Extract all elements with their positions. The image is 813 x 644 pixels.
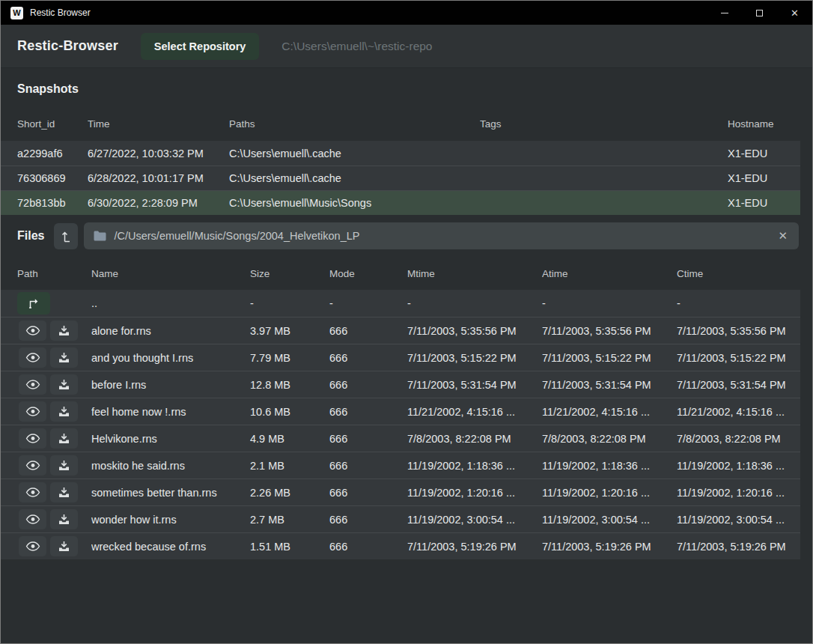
download-file-button[interactable] bbox=[50, 536, 78, 556]
file-name: sometimes better than.rns bbox=[91, 487, 250, 499]
repository-path: C:\Users\emuell\~\restic-repo bbox=[281, 40, 432, 53]
file-ctime: 11/19/2002, 3:00:54 ... bbox=[677, 514, 800, 526]
minimize-button[interactable] bbox=[707, 1, 742, 25]
file-mode: 666 bbox=[329, 352, 407, 364]
file-atime: 7/11/2003, 5:19:26 PM bbox=[542, 541, 677, 553]
download-icon bbox=[58, 325, 70, 336]
column-header-path: Path bbox=[17, 268, 91, 279]
preview-file-button[interactable] bbox=[19, 536, 46, 556]
column-header-short-id: Short_id bbox=[17, 118, 88, 130]
preview-file-button[interactable] bbox=[19, 374, 46, 395]
file-mode: 666 bbox=[329, 406, 407, 418]
file-ctime: 7/11/2003, 5:31:54 PM bbox=[677, 379, 800, 391]
eye-icon bbox=[25, 353, 40, 362]
up-level-button[interactable] bbox=[54, 223, 78, 249]
files-table-body: ..-----alone for.rns3.97 MB6667/11/2003,… bbox=[1, 290, 800, 559]
snapshot-time: 6/27/2022, 10:03:32 PM bbox=[88, 148, 229, 160]
file-atime: - bbox=[542, 297, 677, 309]
file-row: ..----- bbox=[1, 290, 800, 317]
preview-file-button[interactable] bbox=[19, 321, 46, 341]
file-atime: 11/19/2002, 1:20:16 ... bbox=[542, 487, 677, 499]
file-row: wonder how it.rns2.7 MB66611/19/2002, 3:… bbox=[1, 505, 800, 532]
preview-file-button[interactable] bbox=[19, 482, 46, 502]
file-mode: 666 bbox=[329, 541, 407, 553]
file-mtime: 11/19/2002, 3:00:54 ... bbox=[407, 514, 542, 526]
eye-icon bbox=[25, 487, 40, 497]
file-size: 10.6 MB bbox=[250, 406, 329, 418]
files-heading: Files bbox=[17, 229, 44, 243]
snapshot-row[interactable]: 72b813bb6/30/2022, 2:28:09 PMC:\Users\em… bbox=[1, 190, 800, 215]
file-mtime: 7/11/2003, 5:31:54 PM bbox=[407, 379, 542, 391]
snapshots-table-header: Short_id Time Paths Tags Hostname bbox=[1, 107, 812, 141]
maximize-button[interactable] bbox=[742, 1, 777, 25]
snapshot-row[interactable]: 763068696/28/2022, 10:01:17 PMC:\Users\e… bbox=[1, 165, 800, 190]
download-file-button[interactable] bbox=[50, 428, 78, 449]
file-size: 2.7 MB bbox=[250, 514, 329, 526]
snapshot-short-id: 76306869 bbox=[17, 172, 88, 184]
file-row: sometimes better than.rns2.26 MB66611/19… bbox=[1, 479, 800, 505]
close-button[interactable]: ✕ bbox=[777, 1, 812, 25]
file-ctime: 7/8/2003, 8:22:08 PM bbox=[677, 433, 800, 445]
file-ctime: - bbox=[677, 297, 800, 309]
select-repository-button[interactable]: Select Repository bbox=[141, 33, 260, 60]
preview-file-button[interactable] bbox=[19, 509, 46, 529]
download-icon bbox=[58, 352, 70, 363]
restic-browser-window: { "window": { "title": "Restic Browser",… bbox=[0, 0, 813, 644]
file-row: moskito he said.rns2.1 MB66611/19/2002, … bbox=[1, 452, 800, 479]
file-mode: 666 bbox=[329, 433, 407, 445]
download-file-button[interactable] bbox=[50, 455, 78, 476]
download-file-button[interactable] bbox=[50, 374, 78, 395]
snapshot-paths: C:\Users\emuell\.cache bbox=[229, 148, 480, 160]
file-size: 3.97 MB bbox=[250, 325, 329, 337]
go-parent-button[interactable] bbox=[17, 292, 50, 315]
file-row: alone for.rns3.97 MB6667/11/2003, 5:35:5… bbox=[1, 317, 800, 344]
file-name: moskito he said.rns bbox=[91, 460, 250, 472]
file-atime: 7/11/2003, 5:35:56 PM bbox=[542, 325, 677, 337]
download-file-button[interactable] bbox=[50, 401, 78, 422]
file-name: feel home now !.rns bbox=[91, 406, 250, 418]
eye-icon bbox=[25, 514, 40, 524]
file-name: Helvikone.rns bbox=[91, 433, 250, 445]
file-atime: 7/8/2003, 8:22:08 PM bbox=[542, 433, 677, 445]
app-header: Restic-Browser Select Repository C:\User… bbox=[1, 25, 812, 68]
file-atime: 11/19/2002, 3:00:54 ... bbox=[542, 514, 677, 526]
column-header-mtime: Mtime bbox=[407, 268, 542, 279]
file-atime: 11/21/2002, 4:15:16 ... bbox=[542, 406, 677, 418]
snapshot-short-id: a2299af6 bbox=[17, 148, 88, 160]
file-size: 12.8 MB bbox=[250, 379, 329, 391]
file-size: 2.26 MB bbox=[250, 487, 329, 499]
app-logo-icon: W bbox=[10, 7, 23, 19]
file-mtime: 11/19/2002, 1:18:36 ... bbox=[407, 460, 542, 472]
file-ctime: 7/11/2003, 5:35:56 PM bbox=[677, 325, 800, 337]
eye-icon bbox=[25, 326, 40, 335]
download-file-button[interactable] bbox=[50, 509, 78, 529]
download-file-button[interactable] bbox=[50, 321, 78, 341]
file-name: before I.rns bbox=[91, 379, 250, 391]
file-size: 4.9 MB bbox=[250, 433, 329, 445]
file-mtime: 7/11/2003, 5:15:22 PM bbox=[407, 352, 542, 364]
file-atime: 7/11/2003, 5:31:54 PM bbox=[542, 379, 677, 391]
download-file-button[interactable] bbox=[50, 482, 78, 502]
download-file-button[interactable] bbox=[50, 347, 78, 368]
file-atime: 7/11/2003, 5:15:22 PM bbox=[542, 352, 677, 364]
eye-icon bbox=[25, 380, 40, 389]
file-mtime: 11/19/2002, 1:20:16 ... bbox=[407, 487, 542, 499]
clear-path-button[interactable]: ✕ bbox=[776, 229, 789, 243]
snapshot-row[interactable]: a2299af66/27/2022, 10:03:32 PMC:\Users\e… bbox=[1, 141, 800, 165]
current-path-bar[interactable]: /C/Users/emuell/Music/Songs/2004_Helveti… bbox=[84, 222, 799, 249]
eye-icon bbox=[25, 541, 40, 551]
files-bar: Files /C/Users/emuell/Music/Songs/2004_H… bbox=[1, 215, 812, 257]
file-row-actions bbox=[17, 455, 91, 476]
folder-icon bbox=[94, 231, 106, 241]
file-ctime: 11/21/2002, 4:15:16 ... bbox=[677, 406, 800, 418]
preview-file-button[interactable] bbox=[19, 401, 46, 422]
file-size: 2.1 MB bbox=[250, 460, 329, 472]
download-icon bbox=[58, 433, 70, 444]
preview-file-button[interactable] bbox=[19, 347, 46, 368]
preview-file-button[interactable] bbox=[19, 455, 46, 476]
preview-file-button[interactable] bbox=[19, 428, 46, 449]
snapshot-short-id: 72b813bb bbox=[17, 197, 88, 209]
snapshots-heading: Snapshots bbox=[1, 68, 812, 107]
file-row-actions bbox=[17, 292, 91, 315]
file-mode: 666 bbox=[329, 514, 407, 526]
